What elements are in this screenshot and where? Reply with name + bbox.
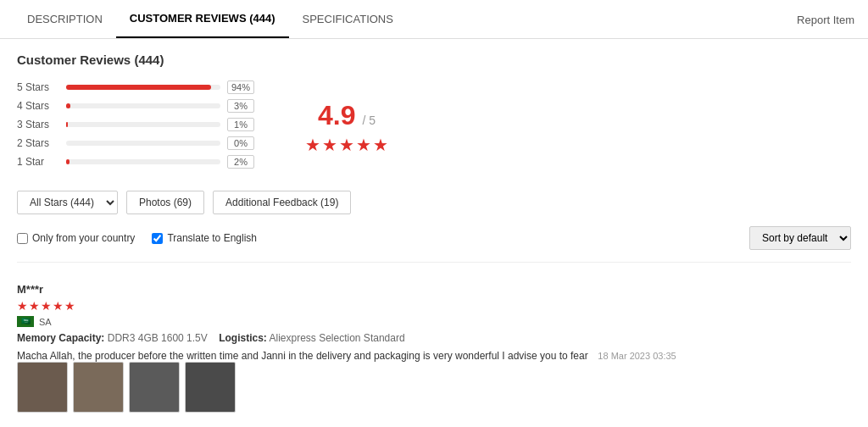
overall-stars: ★ ★ ★ ★ ★ (305, 135, 388, 155)
additional-feedback-button[interactable]: Additional Feedback (19) (213, 191, 351, 214)
section-title: Customer Reviews (444) (17, 53, 851, 67)
bar-pct: 94% (227, 80, 254, 94)
spec-logistics-label: Logistics: (219, 332, 267, 344)
options-row: Only from your country Translate to Engl… (17, 226, 851, 250)
translate-text: Translate to English (167, 232, 257, 244)
all-stars-select[interactable]: All Stars (444) (17, 191, 118, 214)
bar-pct: 3% (227, 99, 254, 113)
bar-row: 4 Stars3% (17, 99, 254, 113)
r-star-5: ★ (64, 299, 75, 313)
bar-pct: 2% (227, 155, 254, 169)
country-only-label[interactable]: Only from your country (17, 232, 135, 244)
review-stars: ★ ★ ★ ★ ★ (17, 299, 851, 313)
country-flag: 🇸🇦 (17, 316, 34, 327)
r-star-4: ★ (53, 299, 64, 313)
tab-specifications[interactable]: SPECIFICATIONS (289, 1, 407, 37)
bar-track (66, 122, 220, 127)
helpful-row: Helpful? Yes (0) No (0) (17, 421, 851, 427)
r-star-2: ★ (29, 299, 40, 313)
bar-label: 4 Stars (17, 100, 59, 112)
bar-fill (66, 159, 70, 164)
spec-memory-label: Memory Capacity: (17, 332, 104, 344)
rating-bars: 5 Stars94%4 Stars3%3 Stars1%2 Stars0%1 S… (17, 80, 254, 174)
r-star-3: ★ (41, 299, 52, 313)
main-content: Customer Reviews (444) 5 Stars94%4 Stars… (0, 39, 868, 427)
divider (17, 262, 851, 263)
tab-description[interactable]: DESCRIPTION (14, 1, 116, 37)
reviewer-meta: 🇸🇦 SA (17, 316, 851, 327)
star-4: ★ (356, 135, 371, 155)
spec-logistics-val: Aliexpress Selection Standard (269, 332, 404, 344)
bar-track (66, 103, 220, 108)
bar-track (66, 141, 220, 146)
report-item-link[interactable]: Report Item (797, 13, 854, 25)
country-code: SA (39, 317, 52, 327)
bar-row: 5 Stars94% (17, 80, 254, 94)
tabs-bar: DESCRIPTION CUSTOMER REVIEWS (444) SPECI… (0, 0, 868, 39)
translate-label[interactable]: Translate to English (152, 232, 257, 244)
bar-track (66, 159, 220, 164)
country-only-checkbox[interactable] (17, 233, 28, 244)
spec-memory-val: DDR3 4GB 1600 1.5V (108, 332, 208, 344)
review-images (17, 362, 851, 413)
review-date: 18 Mar 2023 03:35 (598, 351, 676, 361)
bar-fill (66, 122, 68, 127)
review-thumb[interactable] (17, 362, 68, 413)
reviewer-name: M***r (17, 283, 851, 296)
star-1: ★ (305, 135, 320, 155)
tab-customer-reviews[interactable]: CUSTOMER REVIEWS (444) (116, 0, 289, 38)
review-thumb[interactable] (185, 362, 236, 413)
bar-label: 3 Stars (17, 119, 59, 130)
sort-select[interactable]: Sort by defaultMost RecentMost Helpful (749, 226, 851, 250)
bar-fill (66, 103, 70, 108)
review-text-row: Macha Allah, the producer before the wri… (17, 349, 851, 362)
bar-row: 3 Stars1% (17, 118, 254, 131)
bar-pct: 0% (227, 136, 254, 150)
translate-checkbox[interactable] (152, 233, 163, 244)
photos-filter-button[interactable]: Photos (69) (126, 191, 204, 214)
country-only-text: Only from your country (32, 232, 135, 244)
overall-number: 4.9 (318, 100, 355, 131)
star-2: ★ (322, 135, 337, 155)
star-5: ★ (373, 135, 388, 155)
bar-pct: 1% (227, 118, 254, 131)
review-text: Macha Allah, the producer before the wri… (17, 350, 588, 362)
bar-label: 2 Stars (17, 137, 59, 149)
bar-label: 5 Stars (17, 81, 59, 93)
bar-track (66, 85, 220, 90)
bar-label: 1 Star (17, 156, 59, 168)
review-item: M***r ★ ★ ★ ★ ★ 🇸🇦 SA Memory Capacity: D… (17, 271, 851, 427)
ratings-area: 5 Stars94%4 Stars3%3 Stars1%2 Stars0%1 S… (17, 80, 851, 174)
bar-fill (66, 85, 211, 90)
bar-row: 1 Star2% (17, 155, 254, 169)
review-thumb[interactable] (129, 362, 180, 413)
bar-row: 2 Stars0% (17, 136, 254, 150)
review-specs: Memory Capacity: DDR3 4GB 1600 1.5V Logi… (17, 332, 851, 344)
overall-rating: 4.9 / 5 ★ ★ ★ ★ ★ (305, 100, 388, 155)
r-star-1: ★ (17, 299, 28, 313)
filter-row: All Stars (444) Photos (69) Additional F… (17, 191, 851, 214)
overall-divider: / 5 (359, 114, 376, 127)
star-3: ★ (339, 135, 354, 155)
review-thumb[interactable] (73, 362, 124, 413)
